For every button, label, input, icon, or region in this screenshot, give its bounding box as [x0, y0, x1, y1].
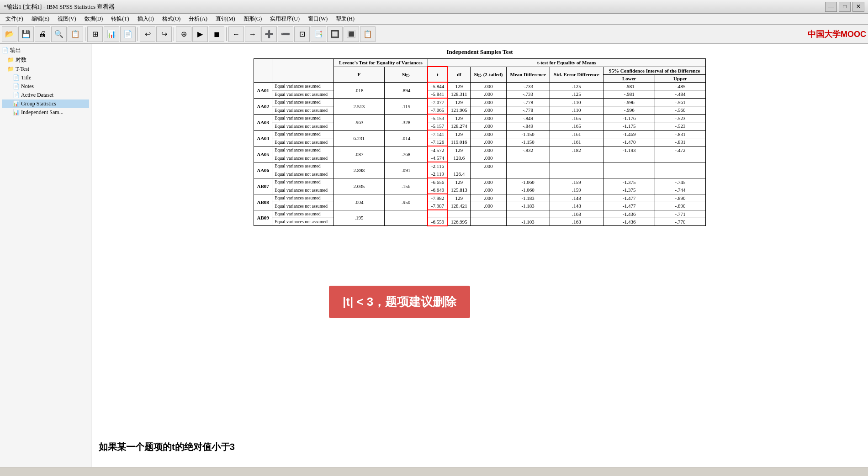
upper-ci-value: -.771: [655, 210, 705, 218]
tree-item-group-statistics[interactable]: 📊Group Statistics: [2, 99, 89, 108]
df-value: 126.995: [447, 218, 470, 226]
ttest-header: t-test for Equality of Means: [428, 59, 705, 67]
goto-button[interactable]: ⊕: [176, 26, 191, 42]
upper-ci-value: -.472: [655, 146, 705, 154]
sig-value: .768: [384, 146, 428, 162]
t-value: -7.141: [428, 130, 447, 138]
toolbar-separator4: [226, 27, 227, 41]
mean-diff-value: [506, 210, 550, 218]
table-row: Equal variances not assumed-7.065121.905…: [254, 106, 706, 115]
find-button[interactable]: 🔍: [51, 26, 67, 42]
tree-item-label: Group Statistics: [21, 100, 56, 107]
df-value: [447, 162, 470, 170]
lower-ci-value: [603, 170, 655, 178]
menu-item-窗口(W)[interactable]: 窗口(W): [304, 14, 331, 24]
df-header: df: [447, 67, 470, 82]
menu-item-编辑(E)[interactable]: 编辑(E): [28, 14, 53, 24]
menu-item-格式(O)[interactable]: 格式(O): [159, 14, 185, 24]
window-controls[interactable]: — □ ✕: [825, 2, 864, 12]
std-err-value: .161: [550, 138, 603, 146]
tree-item-notes[interactable]: 📄Notes: [2, 82, 89, 91]
mean-diff-value: -1.183: [506, 202, 550, 210]
std-err-value: .159: [550, 178, 603, 186]
tree-item-输出[interactable]: 📄输出: [2, 46, 89, 55]
menu-item-帮助(H)[interactable]: 帮助(H): [332, 14, 358, 24]
upper-ci-value: -.484: [655, 90, 705, 99]
tree-item-title[interactable]: 📄Title: [2, 73, 89, 82]
chart-button[interactable]: 📊: [104, 26, 119, 42]
minimize-button[interactable]: —: [825, 2, 837, 12]
std-err-value: .159: [550, 186, 603, 194]
table-row: AA05Equal variances assumed.087.768-4.57…: [254, 146, 706, 154]
lower-ci-value: -1.469: [603, 130, 655, 138]
menu-item-图形(G)[interactable]: 图形(G): [240, 14, 266, 24]
menu-bar: 文件(F)编辑(E)视图(V)数据(D)转换(T)插入(I)格式(O)分析(A)…: [0, 14, 868, 25]
tree-item-active-dataset[interactable]: 📄Active Dataset: [2, 91, 89, 99]
table-row: AB08Equal variances assumed.004.950-7.98…: [254, 194, 706, 202]
run-button[interactable]: ▶: [192, 26, 208, 42]
t-header: t: [428, 67, 447, 82]
menu-item-转换(T)[interactable]: 转换(T): [107, 14, 132, 24]
tree-item-t-test[interactable]: 📁T-Test: [2, 65, 89, 73]
menu-item-数据(D)[interactable]: 数据(D): [81, 14, 107, 24]
collapse-button[interactable]: ➖: [278, 26, 293, 42]
menu-item-直销(M)[interactable]: 直销(M): [212, 14, 239, 24]
variance-type: Equal variances not assumed: [272, 138, 334, 146]
menu-item-视图(V)[interactable]: 视图(V): [54, 14, 80, 24]
menu-item-实用程序(U)[interactable]: 实用程序(U): [266, 14, 303, 24]
copy-button[interactable]: 📋: [68, 26, 83, 42]
expand-button[interactable]: ➕: [261, 26, 277, 42]
tree-item-label: Title: [21, 74, 31, 81]
tree-item-对数[interactable]: 📁对数: [2, 55, 89, 65]
output-button[interactable]: 📄: [120, 26, 136, 42]
variance-type: Equal variances not assumed: [272, 202, 334, 210]
table-row: AB07Equal variances assumed2.035.156-6.6…: [254, 178, 706, 186]
pivot-button[interactable]: ⊞: [87, 26, 103, 42]
lower-ci-value: -.996: [603, 106, 655, 115]
toolbar-separator3: [174, 27, 174, 41]
show-all[interactable]: 📋: [360, 26, 376, 42]
close-button[interactable]: ✕: [852, 2, 864, 12]
upper-ci-value: [655, 170, 705, 178]
sig2-value: [471, 210, 507, 218]
menu-item-分析(A)[interactable]: 分析(A): [185, 14, 211, 24]
zoom-in[interactable]: 🔲: [327, 26, 343, 42]
open-button[interactable]: 📂: [2, 26, 17, 42]
tree-item-label: 对数: [16, 56, 26, 64]
save-button[interactable]: 💾: [18, 26, 34, 42]
sig2-value: [471, 170, 507, 178]
zoom-out[interactable]: 🔳: [344, 26, 359, 42]
print-button[interactable]: 🖨: [35, 26, 50, 42]
nav-back[interactable]: ←: [228, 26, 244, 42]
menu-item-插入(I)[interactable]: 插入(I): [134, 14, 158, 24]
lower-ci-value: -1.175: [603, 122, 655, 131]
nav-fwd[interactable]: →: [245, 26, 260, 42]
std-err-value: .165: [550, 122, 603, 131]
upper-ci-value: -.831: [655, 130, 705, 138]
table-row: Equal variances not assumed-7.126119.016…: [254, 138, 706, 146]
var-name: AA02: [254, 98, 272, 114]
f-value: 2.513: [334, 98, 385, 114]
maximize-button[interactable]: □: [839, 2, 851, 12]
redo-button[interactable]: ↪: [156, 26, 172, 42]
table-row: Equal variances not assumed-6.649125.813…: [254, 186, 706, 194]
sig-value: .014: [384, 130, 428, 146]
variance-type: Equal variances assumed: [272, 178, 334, 186]
t-value: -4.572: [428, 146, 447, 154]
std-err-value: .125: [550, 82, 603, 90]
menu-item-文件(F)[interactable]: 文件(F): [2, 14, 27, 24]
tree-item-label: Active Dataset: [21, 92, 53, 99]
t-value: [428, 210, 447, 218]
t-value: -7.065: [428, 106, 447, 115]
mean-diff-value: -1.103: [506, 218, 550, 226]
scroll-button[interactable]: ⊡: [294, 26, 310, 42]
tree-item-independent-sam...[interactable]: 📊Independent Sam...: [2, 108, 89, 117]
tree-item-label: Notes: [21, 83, 34, 90]
df-value: 126.4: [447, 170, 470, 178]
undo-button[interactable]: ↩: [140, 26, 155, 42]
df-value: [447, 210, 470, 218]
stop-button[interactable]: ◼: [209, 26, 224, 42]
std-err-value: .110: [550, 106, 603, 115]
var-name: AA01: [254, 82, 272, 98]
page-btn[interactable]: 📑: [311, 26, 326, 42]
